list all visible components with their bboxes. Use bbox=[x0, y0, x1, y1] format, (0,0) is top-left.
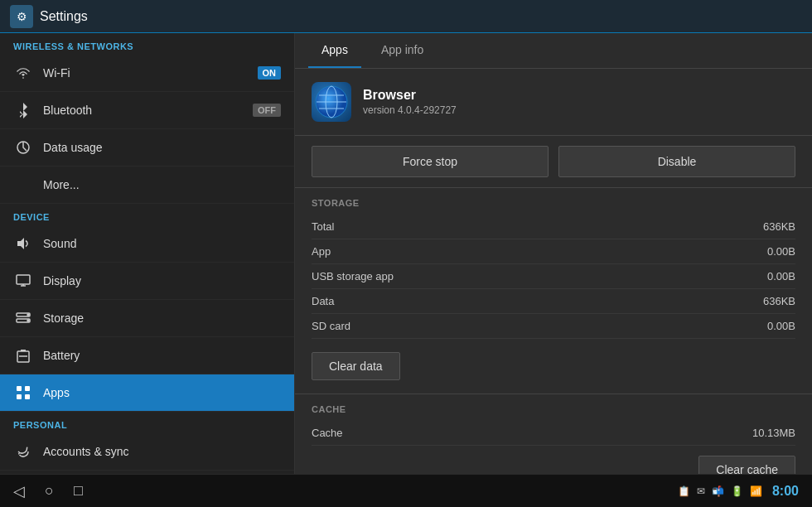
main-layout: WIRELESS & NETWORKS Wi-Fi ON Bluetoo bbox=[0, 33, 812, 474]
display-label: Display bbox=[43, 274, 281, 287]
sound-icon bbox=[13, 234, 33, 254]
sidebar-item-apps[interactable]: Apps bbox=[0, 374, 294, 412]
sidebar-section-wireless: WIRELESS & NETWORKS bbox=[0, 33, 294, 55]
force-stop-button[interactable]: Force stop bbox=[312, 146, 549, 177]
signal-icon: 📶 bbox=[750, 485, 762, 497]
storage-section: STORAGE Total 636KB App 0.00B USB storag… bbox=[295, 188, 812, 394]
app-name: Browser bbox=[363, 88, 457, 103]
sidebar-item-wifi[interactable]: Wi-Fi ON bbox=[0, 55, 294, 92]
battery-label: Battery bbox=[43, 349, 281, 362]
sidebar-item-storage[interactable]: Storage bbox=[0, 300, 294, 337]
storage-row-total: Total 636KB bbox=[312, 215, 795, 239]
storage-data-value: 636KB bbox=[763, 295, 795, 307]
storage-total-label: Total bbox=[312, 220, 334, 233]
accounts-sync-label: Accounts & sync bbox=[43, 445, 281, 458]
wifi-icon bbox=[13, 63, 33, 83]
app-info-section: Browser version 4.0.4-292727 bbox=[295, 69, 812, 136]
wifi-toggle[interactable]: ON bbox=[258, 66, 282, 80]
bluetooth-icon bbox=[13, 100, 33, 120]
storage-row-usb: USB storage app 0.00B bbox=[312, 264, 795, 289]
svg-rect-9 bbox=[25, 386, 30, 391]
sidebar-item-data-usage[interactable]: Data usage bbox=[0, 129, 294, 167]
storage-sdcard-value: 0.00B bbox=[767, 320, 795, 332]
storage-sdcard-label: SD card bbox=[312, 320, 350, 332]
cache-value: 10.13MB bbox=[752, 427, 795, 439]
home-button[interactable]: ○ bbox=[45, 482, 54, 500]
clear-cache-row: Clear cache bbox=[312, 446, 795, 474]
mail-icon: 📬 bbox=[712, 485, 724, 497]
sidebar: WIRELESS & NETWORKS Wi-Fi ON Bluetoo bbox=[0, 33, 295, 474]
bluetooth-label: Bluetooth bbox=[43, 104, 253, 117]
display-icon bbox=[13, 271, 33, 291]
storage-row-app: App 0.00B bbox=[312, 239, 795, 264]
cache-section: CACHE Cache 10.13MB Clear cache bbox=[295, 394, 812, 474]
sidebar-item-more[interactable]: More... bbox=[0, 167, 294, 204]
storage-app-value: 0.00B bbox=[767, 245, 795, 258]
svg-rect-2 bbox=[17, 275, 30, 284]
svg-point-5 bbox=[27, 314, 29, 316]
clock-display: 8:00 bbox=[772, 484, 799, 499]
bluetooth-toggle[interactable]: OFF bbox=[253, 104, 281, 117]
clear-data-button[interactable]: Clear data bbox=[312, 352, 400, 380]
back-button[interactable]: ◁ bbox=[13, 482, 25, 500]
sidebar-section-personal: PERSONAL bbox=[0, 412, 294, 433]
sidebar-section-device: DEVICE bbox=[0, 204, 294, 225]
cache-section-title: CACHE bbox=[312, 404, 795, 414]
cache-label: Cache bbox=[312, 427, 343, 439]
storage-row-data: Data 636KB bbox=[312, 289, 795, 314]
app-version: version 4.0.4-292727 bbox=[363, 104, 457, 116]
content-area: Apps App info bbox=[295, 33, 812, 474]
wifi-label: Wi-Fi bbox=[43, 66, 258, 80]
recents-button[interactable]: □ bbox=[74, 482, 83, 500]
page-title: Settings bbox=[40, 9, 88, 24]
battery-icon bbox=[13, 345, 33, 365]
sound-label: Sound bbox=[43, 237, 281, 250]
clear-cache-button[interactable]: Clear cache bbox=[698, 456, 795, 474]
svg-rect-10 bbox=[17, 394, 22, 399]
notifications-icon: 📋 bbox=[678, 485, 690, 497]
storage-label: Storage bbox=[43, 311, 281, 325]
storage-usb-value: 0.00B bbox=[767, 270, 795, 282]
app-icon bbox=[312, 82, 351, 122]
storage-data-label: Data bbox=[312, 295, 334, 307]
storage-icon bbox=[13, 308, 33, 328]
apps-label: Apps bbox=[43, 386, 281, 399]
battery-status-icon: 🔋 bbox=[731, 485, 743, 497]
apps-icon bbox=[13, 383, 33, 403]
tabs: Apps App info bbox=[295, 33, 812, 69]
disable-button[interactable]: Disable bbox=[558, 146, 795, 177]
top-bar: ⚙ Settings bbox=[0, 0, 812, 33]
sidebar-item-sound[interactable]: Sound bbox=[0, 225, 294, 263]
storage-row-sdcard: SD card 0.00B bbox=[312, 314, 795, 339]
sidebar-item-display[interactable]: Display bbox=[0, 263, 294, 300]
status-icons: 📋 ✉ 📬 🔋 📶 8:00 bbox=[678, 484, 799, 499]
accounts-sync-icon bbox=[13, 442, 33, 461]
tab-app-info[interactable]: App info bbox=[368, 33, 437, 68]
sidebar-item-bluetooth[interactable]: Bluetooth OFF bbox=[0, 92, 294, 129]
svg-rect-11 bbox=[25, 394, 30, 399]
sidebar-item-battery[interactable]: Battery bbox=[0, 337, 294, 374]
settings-icon: ⚙ bbox=[10, 5, 33, 28]
email-icon: ✉ bbox=[697, 485, 705, 497]
app-details: Browser version 4.0.4-292727 bbox=[363, 88, 457, 116]
more-icon bbox=[13, 175, 33, 195]
data-usage-label: Data usage bbox=[43, 141, 281, 154]
storage-app-label: App bbox=[312, 245, 331, 258]
storage-total-value: 636KB bbox=[763, 220, 795, 233]
clear-data-row: Clear data bbox=[312, 339, 795, 384]
storage-section-title: STORAGE bbox=[312, 198, 795, 208]
svg-rect-8 bbox=[17, 386, 22, 391]
svg-marker-1 bbox=[17, 238, 24, 249]
storage-usb-label: USB storage app bbox=[312, 270, 394, 282]
bottom-bar: ◁ ○ □ 📋 ✉ 📬 🔋 📶 8:00 bbox=[0, 474, 812, 507]
more-label: More... bbox=[43, 178, 281, 191]
sidebar-item-accounts-sync[interactable]: Accounts & sync bbox=[0, 433, 294, 471]
action-buttons: Force stop Disable bbox=[295, 136, 812, 188]
nav-buttons: ◁ ○ □ bbox=[13, 482, 83, 500]
cache-row: Cache 10.13MB bbox=[312, 421, 795, 446]
tab-apps[interactable]: Apps bbox=[308, 33, 361, 68]
svg-point-6 bbox=[27, 320, 29, 321]
data-usage-icon bbox=[13, 138, 33, 157]
